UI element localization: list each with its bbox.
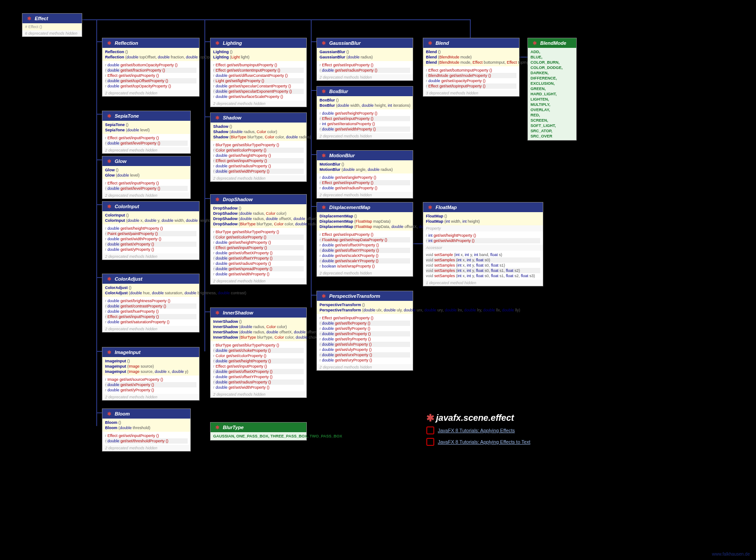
property-row: r Effect get/set/inputProperty () <box>320 232 410 237</box>
class-header: ✱DropShadow <box>211 195 306 204</box>
asterisk-icon: ✱ <box>106 411 112 417</box>
property-row: r Image get/set/sourceProperty () <box>105 377 196 382</box>
property-row: r double get/set/heightProperty () <box>213 153 304 158</box>
asterisk-icon: ✱ <box>106 203 112 210</box>
property-row: r Light get/set/lightProperty () <box>213 78 304 83</box>
asterisk-icon: ✱ <box>320 152 327 159</box>
class-ImageInput: ✱ImageInputImageInput ()ImageInput (Imag… <box>102 347 200 401</box>
asterisk-icon: ✱ <box>427 40 433 46</box>
constructor-row: PerspectiveTransform () <box>320 302 410 307</box>
property-row: r double get/set/widthProperty () <box>105 236 196 242</box>
property-row: r BlurType get/set/blurTypeProperty () <box>213 343 304 348</box>
constructor-row: DisplacementMap (FloatMap mapData, doubl… <box>320 224 410 229</box>
class-header: ✱BlurType <box>211 423 306 432</box>
class-BlurType: ✱BlurTypeGAUSSIAN, ONE_PASS_BOX, THREE_P… <box>210 422 307 441</box>
method-row: void setSamples (int x, int y, float s0,… <box>426 273 540 278</box>
property-row: r double get/set/topOpacityProperty () <box>105 83 196 89</box>
property-row: r double get/set/heightProperty () <box>320 111 410 116</box>
property-row: r boolean is/set/wrapProperty () <box>320 264 410 269</box>
class-header: ✱Effect <box>22 14 82 23</box>
credit-text: www.falkhausen.de <box>712 552 750 556</box>
property-row: r double get/set/levelProperty () <box>105 141 188 146</box>
class-header: ✱Blend <box>423 38 519 48</box>
constructor-row: FloatMap () <box>426 213 540 219</box>
class-header: ✱SepiaTone <box>102 111 190 121</box>
property-row: r double get/set/xProperty () <box>105 242 196 247</box>
asterisk-icon: ✱ <box>214 310 220 316</box>
constructor-row: SepiaTone (double level) <box>105 127 188 133</box>
asterisk-icon: ✱ <box>214 115 220 121</box>
constructor-row: InnerShadow (BlurType blurType, Color co… <box>213 335 304 340</box>
class-Reflection: ✱ReflectionReflection ()Reflection (doub… <box>102 38 200 97</box>
asterisk-icon: ✱ <box>106 113 112 119</box>
class-header: ✱PerspectiveTransform <box>317 291 413 301</box>
constructor-row: MotionBlur (double angle, double radius) <box>320 167 410 172</box>
constructor-row: ColorAdjust (double hue, double saturati… <box>105 290 196 296</box>
property-row: r double get/set/heightProperty () <box>213 358 304 364</box>
property-row: r double get/set/widthProperty () <box>320 126 410 132</box>
property-row: r double get/set/contrastProperty () <box>105 303 196 309</box>
property-row: r double get/set/radiusProperty () <box>213 379 304 385</box>
tutorial-link-2[interactable]: JavaFX 8 Tutorials: Applying Effects to … <box>426 438 531 446</box>
property-row: r double get/set/radiusProperty () <box>320 185 410 191</box>
property-row: r double get/set/llxProperty () <box>320 321 410 326</box>
property-row: r double get/set/radiusProperty () <box>213 261 304 266</box>
class-header: ✱Shadow <box>211 113 306 123</box>
class-SepiaTone: ✱SepiaToneSepiaTone ()SepiaTone (double … <box>102 111 191 154</box>
method-row: void setSamples (int x, int y, float s0) <box>426 257 540 263</box>
property-row: r double get/set/scaleXProperty () <box>320 253 410 258</box>
constructor-row: ColorInput (double x, double y, double w… <box>105 218 196 223</box>
class-header: ✱InnerShadow <box>211 308 306 318</box>
constructor-row: DisplacementMap () <box>320 213 410 219</box>
asterisk-icon: ✱ <box>320 204 327 210</box>
property-row: r double get/set/lryProperty () <box>320 336 410 342</box>
property-row: r FloatMap get/set/mapDataProperty () <box>320 237 410 242</box>
constructor-row: InnerShadow (double radius, double offse… <box>213 329 304 335</box>
constructor-row: Lighting () <box>213 49 304 54</box>
constructor-row: Shadow () <box>213 124 304 129</box>
asterisk-icon: ✱ <box>531 40 538 46</box>
property-row: r double get/set/llyProperty () <box>320 326 410 331</box>
class-header: ✱BoxBlur <box>317 87 413 96</box>
constructor-row: GaussianBlur () <box>320 49 410 54</box>
property-row: r double get/set/widthProperty () <box>213 169 304 174</box>
constructor-row: DropShadow () <box>213 206 304 211</box>
constructor-row: PerspectiveTransform (double ulx, double… <box>320 307 410 313</box>
class-FloatMap: ✱FloatMapFloatMap ()FloatMap (int width,… <box>423 202 543 286</box>
property-row: r double get/set/topOffsetProperty () <box>105 78 196 83</box>
property-row: r Effect get/set/inputProperty () <box>105 135 188 141</box>
constructor-row: DropShadow (BlurType blurType, Color col… <box>213 221 304 227</box>
constructor-row: ImageInput () <box>105 358 196 364</box>
constructor-row: ColorInput () <box>105 213 196 218</box>
class-header: ✱ColorAdjust <box>102 274 199 284</box>
constructor-row: DropShadow (double radius, Color color) <box>213 211 304 216</box>
class-BoxBlur: ✱BoxBlurBoxBlur ()BoxBlur (double width,… <box>316 86 413 140</box>
property-row: r Effect get/set/inputProperty () <box>320 116 410 121</box>
class-MotionBlur: ✱MotionBlurMotionBlur ()MotionBlur (doub… <box>316 150 413 199</box>
constructor-row: FloatMap (int width, int height) <box>426 219 540 224</box>
constructor-row: Lighting (Light light) <box>213 54 304 60</box>
property-row: r double get/set/specularConstantPropert… <box>213 83 304 89</box>
property-row: r double get/set/bottomOpacityProperty (… <box>105 62 196 68</box>
property-row: r int get/set/widthProperty () <box>426 238 540 243</box>
class-header: ✱FloatMap <box>423 202 543 212</box>
class-header: ✱GaussianBlur <box>317 38 413 48</box>
constructor-row: BoxBlur (double width, double height, in… <box>320 103 410 108</box>
class-DisplacementMap: ✱DisplacementMapDisplacementMap ()Displa… <box>316 202 413 277</box>
property-row: r Effect get/set/inputProperty () <box>213 158 304 163</box>
property-row: r double get/set/specularExponentPropert… <box>213 89 304 94</box>
property-row: r Effect get/set/contentInputProperty () <box>213 68 304 73</box>
class-header: ✱Lighting <box>211 38 306 48</box>
class-Shadow: ✱ShadowShadow ()Shadow (double radius, C… <box>210 112 307 182</box>
tutorial-link-1[interactable]: JavaFX 8 Tutorials: Applying Effects <box>426 426 531 434</box>
property-row: r double get/set/spreadProperty () <box>213 266 304 271</box>
package-title-block: ✱javafx.scene.effect JavaFX 8 Tutorials:… <box>426 413 531 446</box>
property-row: r double get/set/offsetYProperty () <box>213 374 304 379</box>
property-row: r double get/set/yProperty () <box>105 387 196 393</box>
property-row: r Effect get/set/inputProperty () <box>213 364 304 369</box>
property-row: r Effect get/set/inputProperty () <box>105 314 196 319</box>
class-header: ✱MotionBlur <box>317 151 413 160</box>
property-row: r double get/set/levelProperty () <box>105 186 188 191</box>
constructor-row: Blend (BlendMode mode) <box>426 54 516 60</box>
property-row: r double get/set/offsetYProperty () <box>213 256 304 261</box>
